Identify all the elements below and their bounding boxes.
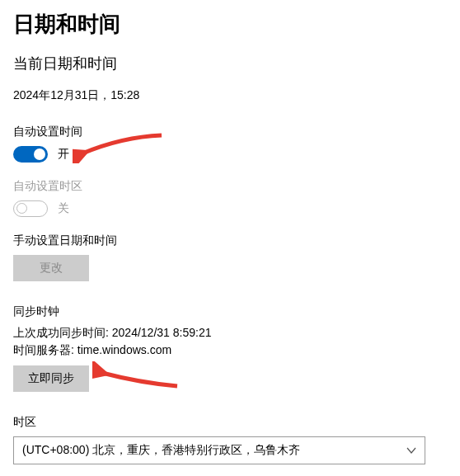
sync-last-time: 上次成功同步时间: 2024/12/31 8:59:21: [13, 324, 447, 342]
manual-set-label: 手动设置日期和时间: [13, 233, 447, 248]
current-datetime-heading: 当前日期和时间: [13, 54, 447, 73]
page-title: 日期和时间: [13, 10, 447, 39]
sync-server: 时间服务器: time.windows.com: [13, 342, 447, 359]
auto-timezone-toggle-state: 关: [58, 201, 69, 216]
sync-heading: 同步时钟: [13, 304, 447, 319]
chevron-down-icon: [406, 445, 416, 455]
current-datetime-value: 2024年12月31日，15:28: [13, 88, 447, 103]
timezone-selected-value: (UTC+08:00) 北京，重庆，香港特别行政区，乌鲁木齐: [22, 443, 300, 458]
auto-timezone-label: 自动设置时区: [13, 179, 447, 194]
auto-time-toggle-state: 开: [58, 147, 69, 162]
timezone-label: 时区: [13, 415, 447, 430]
auto-time-toggle[interactable]: [13, 146, 48, 163]
auto-timezone-toggle: [13, 200, 48, 217]
timezone-select[interactable]: (UTC+08:00) 北京，重庆，香港特别行政区，乌鲁木齐: [13, 436, 425, 464]
annotation-arrow-icon: [92, 361, 179, 393]
auto-time-label: 自动设置时间: [13, 125, 447, 139]
sync-now-button[interactable]: 立即同步: [13, 365, 89, 392]
change-button: 更改: [13, 255, 89, 281]
